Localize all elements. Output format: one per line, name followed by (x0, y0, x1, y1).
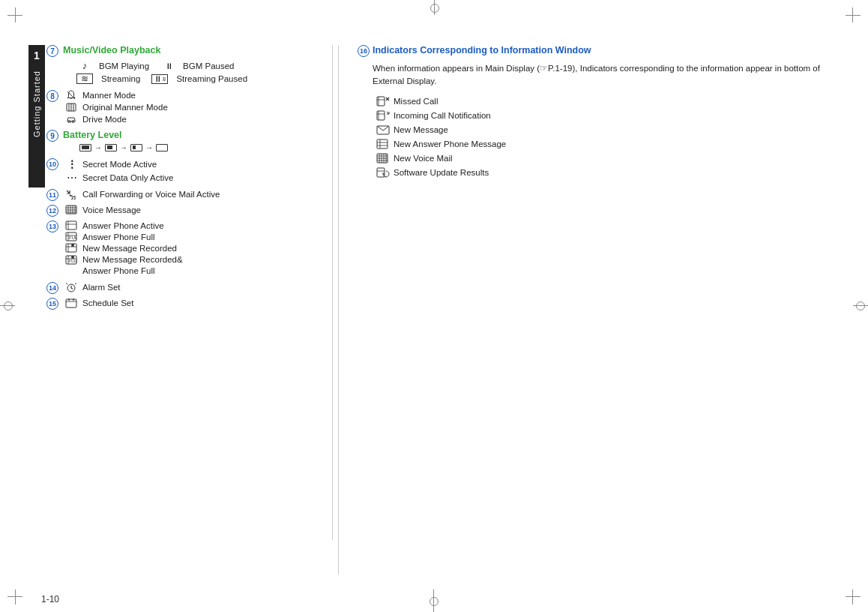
new-answer-phone-row: New Answer Phone Message (373, 139, 827, 149)
streaming-row: ≋ Streaming ⏸≋ Streaming Paused (76, 74, 323, 84)
section16-row: 16 Indicators Corresponding to Informati… (358, 45, 827, 58)
original-manner-label: Original Manner Mode (82, 103, 168, 112)
bgm-playing-item: ♪ BGM Playing (76, 60, 149, 71)
section11-content: Call Forwarding or Voice Mail Active (63, 189, 323, 201)
sidebar-tab: 1 Getting Started (28, 45, 45, 188)
schedule-set-row: Schedule Set (63, 298, 323, 308)
sidebar-tab-number: 1 (34, 45, 40, 68)
section13-num: 13 (46, 220, 63, 232)
streaming-label: Streaming (101, 74, 140, 83)
section9-num: 9 (46, 130, 63, 142)
crosshair-left (0, 298, 15, 314)
new-message-recorded-row: New Message Recorded (63, 243, 323, 253)
crosshair-top (427, 0, 441, 15)
original-manner-icon (63, 102, 79, 112)
software-update-label: Software Update Results (394, 168, 489, 177)
section14-num: 14 (46, 282, 63, 294)
schedule-set-label: Schedule Set (82, 298, 133, 308)
section8-row: 8 Manner Mode Original Manner Mode (46, 90, 323, 126)
right-column: 16 Indicators Corresponding to Informati… (339, 45, 827, 574)
new-answer-phone-icon (373, 139, 394, 149)
corner-mark-tl (7, 8, 30, 30)
drive-mode-icon (63, 114, 79, 124)
manner-mode-label: Manner Mode (82, 91, 136, 100)
new-message-label: New Message (394, 125, 448, 134)
svg-rect-16 (66, 221, 76, 230)
answer-phone-active-row: Answer Phone Active (63, 220, 323, 230)
section12-num: 12 (46, 205, 63, 217)
secret-data-label: Secret Data Only Active (82, 173, 173, 182)
circle-12: 12 (46, 205, 58, 217)
bgm-playing-label: BGM Playing (99, 62, 149, 70)
answer-phone-active-label: Answer Phone Active (82, 221, 164, 230)
crosshair-bottom (427, 590, 441, 612)
incoming-call-icon (373, 110, 394, 121)
svg-rect-51 (377, 140, 388, 148)
new-voice-mail-label: New Voice Mail (394, 154, 453, 163)
section8-num: 8 (46, 90, 63, 102)
circle-14: 14 (46, 282, 58, 294)
new-message-row: New Message (373, 124, 827, 135)
circle-13: 13 (46, 220, 58, 232)
section12-content: Voice Message (63, 205, 323, 216)
new-voice-mail-row: New Voice Mail (373, 153, 827, 164)
circle-16: 16 (358, 45, 370, 57)
new-voice-mail-icon (373, 153, 394, 164)
section10-num: 10 (46, 158, 63, 170)
new-answer-phone-label: New Answer Phone Message (394, 140, 506, 148)
secret-mode-row: ⋮ Secret Mode Active (63, 158, 323, 170)
battery-1q-icon (130, 144, 142, 152)
svg-rect-23 (66, 244, 76, 252)
alarm-set-icon (63, 282, 79, 292)
svg-line-36 (75, 283, 76, 284)
battery-3q-icon (105, 144, 117, 152)
voice-message-row: Voice Message (63, 205, 323, 214)
section10-content: ⋮ Secret Mode Active ⋯ Secret Data Only … (63, 158, 323, 185)
svg-rect-41 (377, 97, 385, 106)
incoming-call-label: Incoming Call Notification (394, 111, 491, 120)
new-message-icon (373, 124, 394, 135)
section15-content: Schedule Set (63, 298, 323, 310)
section9-content: Battery Level → → → (63, 130, 323, 154)
call-forward-label: Call Forwarding or Voice Mail Active (82, 190, 220, 199)
section8-content: Manner Mode Original Manner Mode Drive M… (63, 90, 323, 126)
circle-15: 15 (46, 298, 58, 310)
streaming-icon: ≋ (76, 74, 93, 84)
voice-message-icon (63, 205, 79, 214)
corner-mark-tr (838, 8, 861, 30)
circle-7: 7 (46, 45, 58, 57)
secret-mode-icon: ⋮ (63, 158, 79, 170)
content-wrapper: 7 Music/Video Playback ♪ BGM Playing ⏸ B… (46, 45, 827, 574)
streaming-item: ≋ Streaming (76, 74, 140, 84)
section15-row: 15 Schedule Set (46, 298, 323, 310)
svg-text:FULL: FULL (69, 236, 77, 240)
circle-11: 11 (46, 189, 58, 201)
arrow1: → (94, 143, 102, 152)
section14-row: 14 Alarm Set (46, 282, 323, 294)
section16-items: Missed Call Incoming Call Notification N… (373, 96, 827, 178)
drive-mode-label: Drive Mode (82, 115, 127, 124)
voice-message-label: Voice Message (82, 206, 141, 214)
new-message-recorded-label: New Message Recorded (82, 244, 177, 253)
corner-mark-bl (7, 582, 30, 604)
missed-call-row: Missed Call (373, 96, 827, 106)
section7-header: Music/Video Playback (63, 45, 323, 56)
svg-text:FULL: FULL (69, 259, 77, 263)
manner-mode-icon (63, 90, 79, 100)
drive-mode-row: Drive Mode (63, 114, 323, 124)
answer-phone-full-icon: FULL (63, 232, 79, 242)
software-update-icon (373, 167, 394, 178)
streaming-paused-label: Streaming Paused (176, 74, 247, 83)
section13-row: 13 Answer Phone Active FULL Answer Phone… (46, 220, 323, 278)
answer-phone-full-row: FULL Answer Phone Full (63, 232, 323, 242)
section7-row: 7 Music/Video Playback ♪ BGM Playing ⏸ B… (46, 45, 323, 86)
software-update-row: Software Update Results (373, 167, 827, 178)
section9-row: 9 Battery Level → → (46, 130, 323, 154)
secret-data-row: ⋯ Secret Data Only Active (63, 172, 323, 184)
arrow3: → (145, 143, 153, 152)
bgm-row: ♪ BGM Playing ⏸ BGM Paused (76, 60, 323, 71)
new-message-recorded-icon (63, 243, 79, 253)
corner-mark-br (838, 582, 861, 604)
section10-row: 10 ⋮ Secret Mode Active ⋯ Secret Data On… (46, 158, 323, 185)
svg-rect-37 (66, 299, 76, 308)
